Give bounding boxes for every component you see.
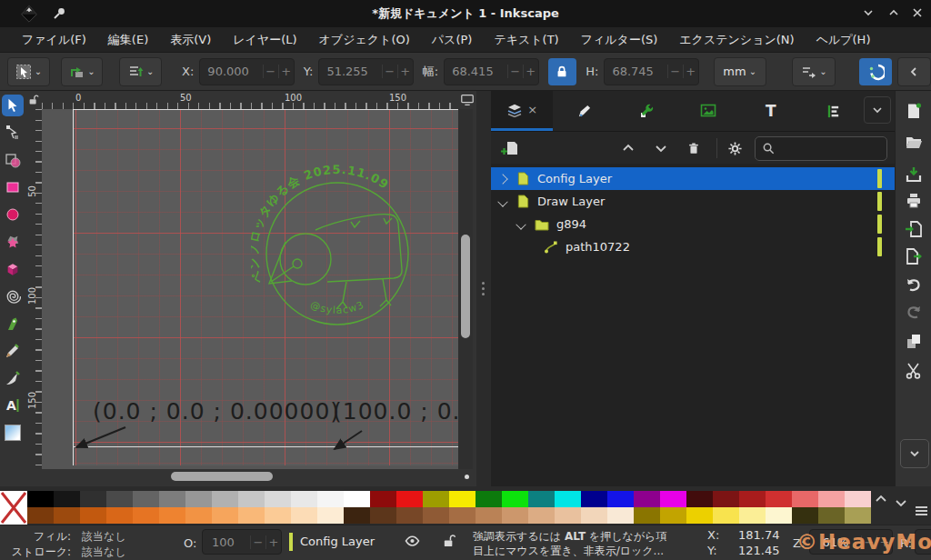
opacity-field[interactable]: 100 − + [202, 529, 282, 555]
y-value[interactable]: 51.255 [319, 65, 381, 78]
x-field[interactable]: 90.000 − + [199, 58, 294, 85]
palette-swatch[interactable] [159, 491, 185, 507]
palette-swatch[interactable] [581, 507, 607, 524]
palette-menu-icon[interactable] [915, 505, 928, 517]
horizontal-ruler[interactable]: 0 50 100 150 [42, 91, 458, 109]
y-field[interactable]: 51.255 − + [318, 58, 413, 85]
height-increment[interactable]: + [683, 65, 698, 78]
tool-selector[interactable] [2, 95, 24, 116]
delete-layer-button[interactable] [682, 136, 706, 160]
layer-label[interactable]: Draw Layer [537, 195, 605, 208]
palette-swatch[interactable] [185, 507, 212, 524]
tool-shape-builder[interactable] [2, 149, 24, 171]
ruler-corner-lock[interactable] [25, 91, 42, 109]
tool-gradient[interactable] [2, 422, 24, 444]
tool-star[interactable] [2, 231, 24, 253]
width-increment[interactable]: + [523, 65, 538, 78]
path-label[interactable]: path10722 [566, 240, 630, 254]
palette-swatch[interactable] [476, 507, 502, 524]
palette-swatch[interactable] [766, 507, 792, 524]
palette-swatch[interactable] [54, 507, 80, 524]
palette-swatch[interactable] [106, 507, 133, 524]
tab-layers[interactable]: × [491, 91, 553, 131]
height-decrement[interactable]: − [667, 65, 683, 78]
add-layer-button[interactable] [498, 136, 522, 160]
palette-swatch[interactable] [792, 491, 818, 507]
import-button[interactable] [905, 220, 923, 238]
width-value[interactable]: 68.415 [445, 65, 506, 78]
palette-swatch[interactable] [370, 491, 396, 507]
tab-align[interactable] [802, 91, 864, 131]
layer-lock-toggle[interactable] [442, 533, 457, 548]
layer-color-indicator[interactable] [877, 215, 882, 234]
palette-swatch[interactable] [238, 491, 265, 507]
panel-overflow-button[interactable] [864, 96, 891, 124]
palette-swatch[interactable] [739, 507, 766, 524]
palette-swatch[interactable] [713, 507, 739, 524]
palette-swatch[interactable] [291, 507, 317, 524]
layer-search-input[interactable] [755, 136, 887, 161]
close-button[interactable] [911, 6, 927, 21]
group-label[interactable]: g894 [556, 217, 586, 231]
palette-swatch[interactable] [317, 491, 344, 507]
menu-view[interactable]: 表示(V) [159, 32, 222, 48]
fill-value[interactable]: 該当なし [82, 529, 126, 545]
palette-swatch[interactable] [739, 491, 766, 507]
y-decrement[interactable]: − [382, 65, 397, 78]
palette-swatch[interactable] [265, 491, 291, 507]
menu-layer[interactable]: レイヤー(L) [222, 32, 307, 48]
height-field[interactable]: 68.745 − + [604, 58, 698, 85]
palette-swatch[interactable] [660, 491, 686, 507]
palette-swatch[interactable] [581, 491, 607, 507]
group-row-g894[interactable]: g894 [491, 213, 895, 235]
tool-node-editor[interactable] [2, 122, 24, 144]
menu-path[interactable]: パス(P) [421, 32, 484, 48]
tool-ellipse[interactable] [2, 204, 24, 225]
palette-swatch[interactable] [792, 507, 818, 524]
palette-swatch[interactable] [80, 491, 106, 507]
menu-object[interactable]: オブジェクト(O) [308, 32, 421, 48]
palette-swatch[interactable] [27, 491, 54, 507]
open-document-button[interactable] [905, 135, 923, 153]
tool-calligraphy[interactable] [2, 367, 24, 389]
tool-spiral[interactable] [2, 285, 24, 307]
palette-swatch[interactable] [555, 491, 581, 507]
export-button[interactable] [905, 247, 923, 265]
tab-close-icon[interactable]: × [527, 103, 537, 116]
menu-text[interactable]: テキスト(T) [483, 32, 569, 48]
palette-swatch[interactable] [185, 491, 212, 507]
palette-swatch[interactable] [212, 491, 238, 507]
expander-icon[interactable] [497, 196, 507, 206]
palette-swatch[interactable] [344, 507, 370, 524]
layer-color-indicator[interactable] [877, 237, 882, 256]
lower-layer-button[interactable] [649, 136, 673, 160]
palette-swatch[interactable] [423, 491, 449, 507]
tab-text-font[interactable]: T [740, 91, 802, 131]
layer-color-indicator[interactable] [877, 169, 882, 188]
expander-icon[interactable] [516, 219, 526, 229]
palette-swatch[interactable] [528, 507, 555, 524]
palette-swatch[interactable] [317, 507, 344, 524]
vertical-scrollbar-thumb[interactable] [461, 235, 470, 338]
palette-swatch[interactable] [845, 491, 871, 507]
palette-scroll-down[interactable] [895, 498, 907, 509]
menu-file[interactable]: ファイル(F) [11, 32, 97, 48]
palette-swatch[interactable] [396, 507, 423, 524]
tool-pen[interactable] [2, 313, 24, 335]
undo-button[interactable] [905, 276, 923, 295]
canvas[interactable]: ペンプロッタゆる会 2025.11.09 @sylacw3 (0.0 ; 0.0… [42, 109, 458, 469]
palette-swatch[interactable] [27, 507, 54, 524]
path-row-10722[interactable]: path10722 [491, 235, 895, 258]
display-mode-button[interactable] [458, 91, 476, 109]
tool-rectangle[interactable] [2, 176, 24, 198]
palette-swatch[interactable] [133, 491, 159, 507]
palette-swatch[interactable] [713, 491, 739, 507]
palette-swatch[interactable] [449, 491, 476, 507]
x-increment[interactable]: + [278, 65, 294, 78]
layer-color-indicator[interactable] [877, 192, 882, 211]
opacity-value[interactable]: 100 [203, 535, 250, 549]
layer-row-draw[interactable]: Draw Layer [491, 190, 895, 213]
palette-swatch[interactable] [370, 507, 396, 524]
height-value[interactable]: 68.745 [605, 65, 666, 78]
snap-toggle-button[interactable] [859, 58, 891, 85]
